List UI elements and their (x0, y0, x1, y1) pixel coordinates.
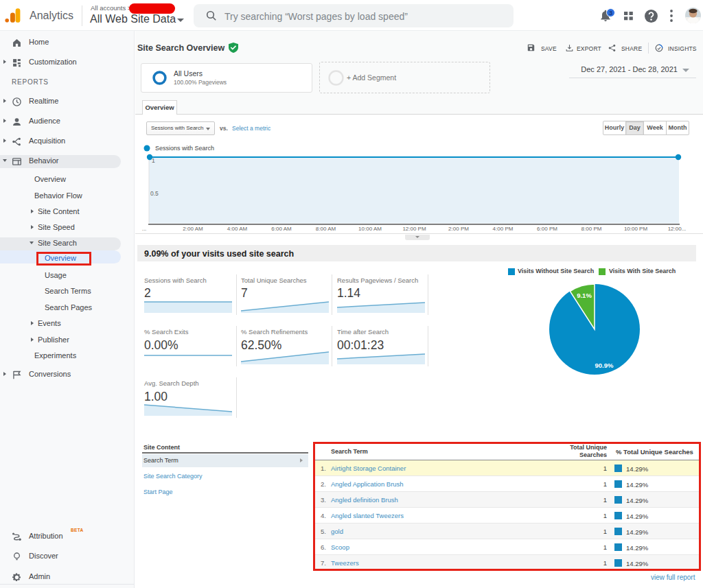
svg-text:...: ... (142, 226, 147, 232)
svg-text:10:00 PM: 10:00 PM (624, 226, 648, 232)
svg-text:0.5: 0.5 (150, 190, 159, 197)
svg-text:2:00 PM: 2:00 PM (448, 226, 469, 232)
svg-text:1: 1 (152, 157, 155, 164)
svg-text:8:00 AM: 8:00 AM (316, 226, 336, 232)
svg-text:6:00 PM: 6:00 PM (537, 226, 557, 232)
svg-text:10:00 AM: 10:00 AM (358, 226, 382, 232)
svg-text:9.1%: 9.1% (577, 292, 592, 299)
svg-text:12:00...: 12:00... (668, 226, 687, 232)
svg-text:4:00 PM: 4:00 PM (493, 226, 514, 232)
svg-text:6:00 AM: 6:00 AM (271, 226, 292, 232)
svg-text:90.9%: 90.9% (595, 362, 614, 369)
svg-text:2:00 AM: 2:00 AM (183, 226, 203, 232)
svg-text:8:00 PM: 8:00 PM (581, 226, 602, 232)
svg-text:12:00 PM: 12:00 PM (402, 226, 426, 232)
svg-text:4:00 AM: 4:00 AM (227, 226, 248, 232)
